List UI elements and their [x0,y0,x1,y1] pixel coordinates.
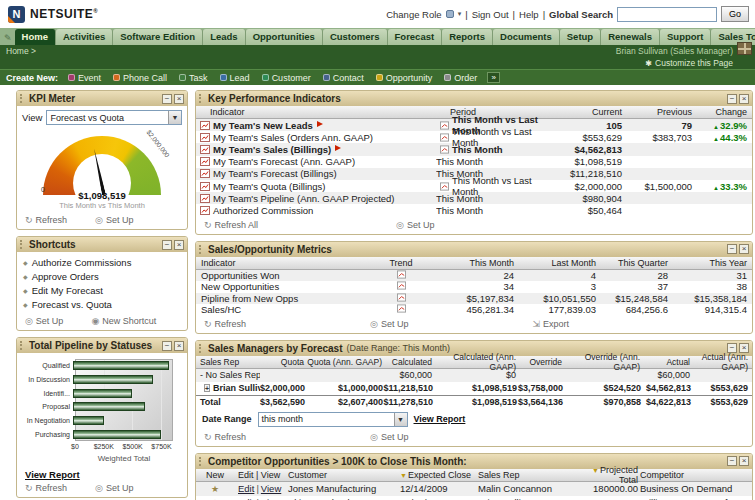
col-indicator[interactable]: Indicator [196,258,386,268]
trend-icon[interactable] [397,293,406,302]
shortcut-link[interactable]: ◆ Approve Orders [23,269,181,283]
col-calculated-gaap[interactable]: Calculated (Ann. GAAP) [432,352,516,372]
col-quota-gaap[interactable]: Quota (Ann. GAAP) [304,357,382,367]
create-new-item[interactable]: Event [68,73,101,83]
kpi-chart-icon[interactable] [200,145,210,154]
chevron-down-icon[interactable]: ▾ [458,10,462,18]
setup-link[interactable]: ◎Set Up [95,215,133,225]
create-new-more-button[interactable]: » [487,72,500,83]
table-row[interactable]: My Team's Sales (Orders Ann. GAAP) This … [196,131,752,143]
nav-tab[interactable]: Customers [323,29,388,45]
col-calculated[interactable]: Calculated [382,357,432,367]
package-icon[interactable] [737,42,752,55]
edit-link[interactable]: Edit [238,483,254,494]
col-competitor[interactable]: Competitor [638,470,752,480]
col-actual-gaap[interactable]: Actual (Ann. GAAP) [690,352,752,372]
pipeline-header[interactable]: Total Pipeline by Statuses − × [17,338,187,353]
table-row[interactable]: ★ Edit|View Jones Manufacturing 12/14/20… [196,482,752,496]
nav-tab[interactable]: Opportunities [246,29,323,45]
refresh-all-link[interactable]: ↻Refresh All [204,220,258,230]
nav-tab[interactable]: Setup [560,29,601,45]
view-report-link[interactable]: View Report [25,469,187,480]
table-row[interactable]: My Team's Quota (Billings) This Month vs… [196,180,752,192]
nav-tab[interactable]: Forecast [388,29,443,45]
setup-link[interactable]: ◎Set Up [370,432,408,442]
close-button[interactable]: × [174,341,184,351]
trend-icon[interactable] [397,281,406,290]
nav-tab[interactable]: Home [15,29,56,45]
create-new-item[interactable]: Task [179,73,208,83]
bar[interactable] [73,402,145,411]
kpi-chart-icon[interactable] [200,157,210,166]
nav-tab[interactable]: Leads [203,29,245,45]
bar[interactable] [73,416,104,425]
help-link[interactable]: Help [519,9,539,20]
export-link[interactable]: ⇲Export [532,319,569,329]
table-row[interactable]: Pipline from New Opps $5,197,834 $10,051… [196,293,752,305]
date-range-select[interactable]: this month ▼ [258,412,408,427]
bar[interactable] [73,361,169,370]
shortcut-link[interactable]: ◆ Forecast vs. Quota [23,297,181,311]
col-current[interactable]: Current [556,107,622,117]
col-last-month[interactable]: Last Month [514,258,596,268]
col-actual[interactable]: Actual [640,357,690,367]
minimize-button[interactable]: − [727,94,737,104]
kpi-meter-header[interactable]: KPI Meter − × [17,91,187,106]
trend-icon[interactable] [397,270,406,279]
close-button[interactable]: × [174,240,184,250]
col-new[interactable]: New [196,470,234,480]
customize-page-link[interactable]: Customize this Page [655,58,733,68]
minimize-button[interactable]: − [727,244,737,254]
create-new-item[interactable]: Phone Call [113,73,167,83]
nav-tab[interactable]: Software Edition [113,29,203,45]
competitor-header[interactable]: Competitor Opportunities > 100K to Close… [196,454,752,469]
quick-edit-icon[interactable]: ✎ [4,33,12,43]
minimize-button[interactable]: − [162,240,172,250]
col-projected-total[interactable]: ▼Projected Total [580,465,638,485]
nav-tab[interactable]: Activities [56,29,113,45]
shortcut-link[interactable]: ◆ Edit My Forecast [23,283,181,297]
create-new-item[interactable]: Opportunity [376,73,433,83]
kpi-chart-icon[interactable] [200,206,210,215]
setup-link[interactable]: ◎Set Up [396,220,434,230]
col-customer[interactable]: Customer [288,470,400,480]
col-expected-close[interactable]: ▼Expected Close [400,470,478,480]
bar[interactable] [73,430,161,439]
col-override-gaap[interactable]: Override (Ann. GAAP) [562,352,640,372]
close-button[interactable]: × [739,456,749,466]
sign-out-link[interactable]: Sign Out [472,9,509,20]
col-previous[interactable]: Previous [622,107,692,117]
close-button[interactable]: × [739,244,749,254]
nav-tab[interactable]: Documents [493,29,560,45]
kpi-panel-header[interactable]: Key Performance Indicators − × [196,91,752,106]
refresh-link[interactable]: ↻Refresh [204,319,246,329]
create-new-item[interactable]: Lead [220,73,250,83]
refresh-link[interactable]: ↻Refresh [25,483,67,493]
kpi-chart-icon[interactable] [200,121,210,130]
expand-icon[interactable]: + [204,384,210,392]
view-report-link[interactable]: View Report [414,414,466,424]
create-new-item[interactable]: Contact [323,73,364,83]
create-new-item[interactable]: Customer [262,73,311,83]
minimize-button[interactable]: − [162,94,172,104]
go-button[interactable]: Go [721,6,749,22]
close-button[interactable]: × [739,94,749,104]
new-record-icon[interactable]: ★ [211,484,219,494]
nav-tab[interactable]: Renewals [601,29,660,45]
close-button[interactable]: × [174,94,184,104]
minimize-button[interactable]: − [162,341,172,351]
view-link[interactable]: View [261,483,281,494]
metrics-header[interactable]: Sales/Opportunity Metrics − × [196,242,752,257]
nav-tab[interactable]: Reports [442,29,493,45]
table-row[interactable]: My Team's Sales (Billings) This Month $4… [196,143,752,155]
shortcut-link[interactable]: ◆ Authorize Commissions [23,255,181,269]
col-sales-rep[interactable]: Sales Rep [478,470,580,480]
bar[interactable] [73,389,132,398]
refresh-link[interactable]: ↻Refresh [204,432,246,442]
col-trend[interactable]: Trend [386,258,416,268]
col-edit-view[interactable]: Edit | View [234,470,288,480]
kpi-view-select[interactable]: Forecast vs Quota ▼ [46,110,182,125]
refresh-link[interactable]: ↻Refresh [25,215,67,225]
table-row[interactable]: Opportunities Won 24 4 28 31 [196,270,752,282]
setup-link[interactable]: ◎Set Up [95,483,133,493]
